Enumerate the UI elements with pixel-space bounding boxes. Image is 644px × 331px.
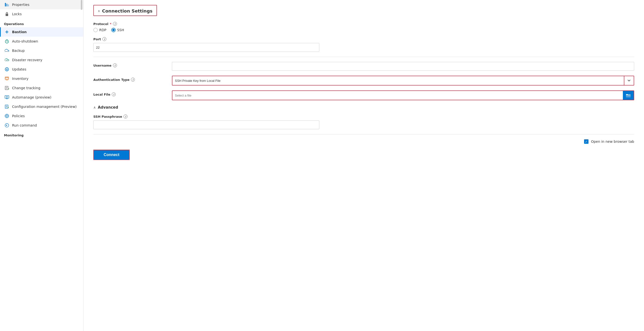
local-file-label: Local File i [93,92,167,96]
sidebar-label-run-command: Run command [12,123,37,127]
sidebar-item-inventory[interactable]: Inventory [0,74,83,83]
ssh-passphrase-info-icon[interactable]: i [124,115,128,118]
local-file-info-icon[interactable]: i [112,92,116,96]
ssh-radio[interactable] [111,28,116,32]
sidebar-label-disaster-recovery: Disaster recovery [12,58,42,62]
username-input-col [172,62,634,71]
svg-point-22 [6,96,8,98]
bastion-icon [5,30,9,34]
lock-icon [5,12,9,16]
change-tracking-icon [5,86,9,90]
auth-type-input-col [172,76,634,86]
svg-rect-0 [5,3,6,7]
required-star: * [110,22,112,26]
sidebar-item-updates[interactable]: Updates [0,65,83,74]
port-input[interactable] [93,43,319,52]
connection-settings-header[interactable]: ∧ Connection Settings [93,5,157,16]
sidebar-label-config-mgmt: Configuration management (Preview) [12,105,77,109]
sidebar-label-change-tracking: Change tracking [12,86,40,90]
username-info-icon[interactable]: i [113,63,117,67]
section-operations: Operations [0,19,83,27]
svg-rect-19 [5,96,9,98]
protocol-info-icon[interactable]: i [113,22,117,26]
disaster-recovery-icon [5,58,9,62]
port-info-icon[interactable]: i [102,37,106,41]
username-row: Username i [93,62,634,71]
backup-icon [5,48,9,53]
open-new-tab-label: Open in new browser tab [591,140,634,144]
connect-button[interactable]: Connect [94,150,129,159]
sidebar-item-automanage[interactable]: Automanage (preview) [0,93,83,102]
auth-type-value[interactable] [172,76,624,85]
auth-type-dropdown[interactable] [172,76,634,86]
svg-point-28 [6,115,8,117]
sidebar-label-properties: Properties [12,3,30,7]
form-area: Protocol * i RDP SSH Port i [93,22,634,160]
sidebar-label-backup: Backup [12,49,24,53]
advanced-chevron-icon: ∧ [93,105,96,109]
sidebar-label-locks: Locks [12,12,22,16]
sidebar-item-locks[interactable]: Locks [0,9,83,19]
protocol-radio-group: RDP SSH [93,28,634,32]
main-content: ∧ Connection Settings Protocol * i RDP S… [84,0,644,331]
updates-icon [5,67,9,72]
run-command-icon [5,123,9,128]
auth-type-chevron-icon[interactable] [624,76,634,85]
sidebar-item-backup[interactable]: Backup [0,46,83,55]
advanced-header[interactable]: ∧ Advanced [93,105,634,110]
auth-type-label: Authentication Type i [93,78,167,82]
sidebar-item-disaster-recovery[interactable]: Disaster recovery [0,55,83,65]
sidebar-item-properties[interactable]: Properties [0,0,83,9]
scrollbar[interactable] [81,0,82,10]
sidebar-item-config-mgmt[interactable]: Configuration management (Preview) [0,102,83,111]
inventory-icon [5,76,9,81]
auth-type-label-col: Authentication Type i [93,78,167,84]
section-monitoring: Monitoring [0,130,83,139]
config-mgmt-icon [5,104,9,109]
svg-point-4 [7,15,7,15]
local-file-row: Local File i [93,90,634,100]
rdp-label: RDP [99,28,106,32]
local-file-browse-button[interactable] [623,91,634,100]
svg-rect-1 [6,4,7,7]
username-label: Username i [93,63,167,67]
ssh-passphrase-input[interactable] [93,120,319,129]
username-input[interactable] [172,62,634,71]
protocol-field: Protocol * i RDP SSH [93,22,634,32]
local-file-label-col: Local File i [93,92,167,98]
local-file-input[interactable] [172,91,623,100]
sidebar-item-change-tracking[interactable]: Change tracking [0,83,83,93]
sidebar-item-bastion[interactable]: Bastion [0,27,83,37]
ssh-passphrase-label: SSH Passphrase i [93,115,319,118]
rdp-radio[interactable] [93,28,98,32]
sidebar-label-updates: Updates [12,67,26,71]
svg-rect-14 [6,80,8,80]
sidebar-label-automanage: Automanage (preview) [12,95,51,99]
automanage-icon [5,95,9,100]
connect-button-wrapper: Connect [93,150,130,160]
auth-type-row: Authentication Type i [93,76,634,86]
sidebar: Properties Locks Operations Bastion [0,0,84,331]
open-new-tab-row: Open in new browser tab [93,139,634,144]
ssh-passphrase-field: SSH Passphrase i [93,115,319,129]
advanced-title: Advanced [98,105,118,110]
protocol-label: Protocol * i [93,22,634,26]
port-field: Port i [93,37,634,52]
svg-rect-13 [5,77,8,79]
sidebar-item-auto-shutdown[interactable]: Auto-shutdown [0,37,83,46]
divider-2 [93,134,634,134]
clock-icon [5,39,9,44]
auth-type-info-icon[interactable]: i [131,78,135,82]
connection-settings-chevron: ∧ [98,9,100,13]
connection-settings-title: Connection Settings [102,8,152,14]
rdp-option[interactable]: RDP [93,28,106,32]
sidebar-label-auto-shutdown: Auto-shutdown [12,39,38,43]
ssh-label: SSH [117,28,124,32]
sidebar-label-inventory: Inventory [12,77,28,81]
sidebar-label-bastion: Bastion [12,30,27,34]
ssh-option[interactable]: SSH [111,28,124,32]
sidebar-item-run-command[interactable]: Run command [0,121,83,130]
svg-rect-2 [8,5,9,7]
sidebar-item-policies[interactable]: Policies [0,111,83,121]
open-new-tab-checkbox[interactable] [584,139,588,144]
